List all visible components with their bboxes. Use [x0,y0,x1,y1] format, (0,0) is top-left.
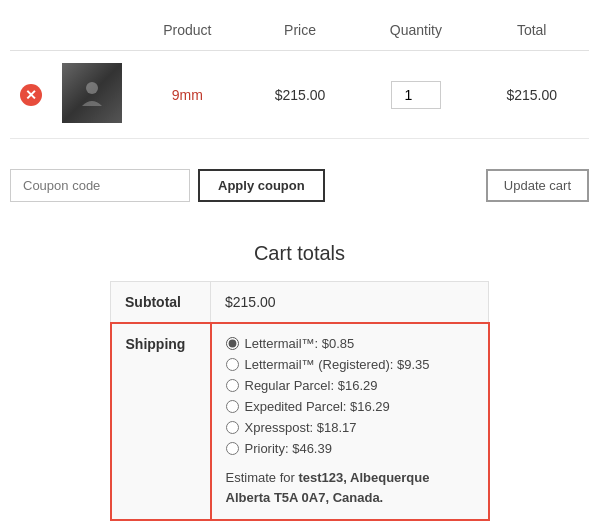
shipping-option-5: Priority: $46.39 [226,441,474,456]
product-total-cell: $215.00 [474,51,589,139]
shipping-radio-0[interactable] [226,337,239,350]
product-quantity-cell [357,51,474,139]
product-thumb-cell [52,51,132,139]
shipping-options-cell: Lettermail™: $0.85Lettermail™ (Registere… [211,323,489,520]
shipping-estimate: Estimate for test123, Albequerque Albert… [226,468,474,507]
col-quantity-header: Quantity [357,10,474,51]
shipping-label: Shipping [111,323,211,520]
product-thumbnail [62,63,122,123]
col-thumb-header [52,10,132,51]
shipping-option-2: Regular Parcel: $16.29 [226,378,474,393]
totals-table: Subtotal $215.00 Shipping Lettermail™: $… [110,281,490,521]
shipping-option-4: Xpresspost: $18.17 [226,420,474,435]
shipping-radio-4[interactable] [226,421,239,434]
remove-cell: ✕ [10,51,52,139]
shipping-option-label-0: Lettermail™: $0.85 [245,336,355,351]
coupon-left: Apply coupon [10,169,325,202]
product-name-link[interactable]: 9mm [172,87,203,103]
product-name-cell: 9mm [132,51,243,139]
shipping-option-1: Lettermail™ (Registered): $9.35 [226,357,474,372]
quantity-input[interactable] [391,81,441,109]
subtotal-label: Subtotal [111,282,211,324]
shipping-option-label-1: Lettermail™ (Registered): $9.35 [245,357,430,372]
shipping-option-3: Expedited Parcel: $16.29 [226,399,474,414]
cart-table: Product Price Quantity Total ✕ [10,10,589,139]
coupon-row: Apply coupon Update cart [10,159,589,212]
shipping-option-label-2: Regular Parcel: $16.29 [245,378,378,393]
shipping-radio-5[interactable] [226,442,239,455]
cart-totals-title: Cart totals [110,242,490,265]
col-total-header: Total [474,10,589,51]
shipping-radio-2[interactable] [226,379,239,392]
subtotal-row: Subtotal $215.00 [111,282,489,324]
shipping-row: Shipping Lettermail™: $0.85Lettermail™ (… [111,323,489,520]
product-price-cell: $215.00 [243,51,358,139]
col-product-header: Product [132,10,243,51]
shipping-option-label-4: Xpresspost: $18.17 [245,420,357,435]
col-price-header: Price [243,10,358,51]
update-cart-button[interactable]: Update cart [486,169,589,202]
shipping-radio-1[interactable] [226,358,239,371]
shipping-option-label-3: Expedited Parcel: $16.29 [245,399,390,414]
estimate-prefix: Estimate for [226,470,299,485]
svg-point-0 [86,82,98,94]
col-remove-header [10,10,52,51]
shipping-option-label-5: Priority: $46.39 [245,441,332,456]
remove-item-button[interactable]: ✕ [20,84,42,106]
apply-coupon-button[interactable]: Apply coupon [198,169,325,202]
shipping-radio-3[interactable] [226,400,239,413]
table-row: ✕ 9mm $215.00 $215.00 [10,51,589,139]
shipping-option-0: Lettermail™: $0.85 [226,336,474,351]
shipping-options-list: Lettermail™: $0.85Lettermail™ (Registere… [226,336,474,456]
coupon-input[interactable] [10,169,190,202]
cart-totals-section: Cart totals Subtotal $215.00 Shipping Le… [110,242,490,521]
subtotal-value: $215.00 [211,282,489,324]
